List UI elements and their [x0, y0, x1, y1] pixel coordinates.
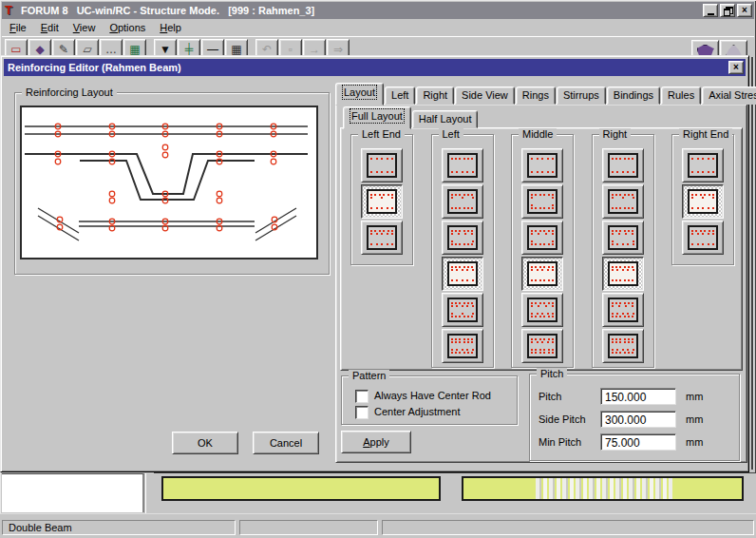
tab-layout[interactable]: Layout [335, 83, 384, 106]
menu-item-view[interactable]: View [67, 20, 104, 35]
rebar-dot [471, 243, 473, 245]
dot-row [451, 302, 474, 304]
rebar-pattern-button-middle-2[interactable] [521, 184, 563, 219]
cancel-button[interactable]: Cancel [253, 432, 319, 454]
tab-side-view[interactable]: Side View [455, 86, 515, 105]
rebar-pattern-button-left-6[interactable] [442, 329, 483, 363]
rebar-cross-section [447, 298, 478, 322]
tab-axial-stress[interactable]: Axial Stress [702, 86, 756, 105]
rebar-pattern-button-right-6[interactable] [602, 329, 644, 363]
tab-stirrups[interactable]: Stirrups [557, 86, 606, 105]
rebar-pattern-button-left-end-2[interactable] [361, 184, 403, 219]
dot-row [531, 197, 554, 199]
rebar-dot [451, 316, 453, 317]
subtab-full-layout[interactable]: Full Layout [343, 106, 411, 129]
rebar-pattern-button-right-4[interactable] [602, 257, 644, 291]
rebar-marker [271, 159, 276, 164]
rebar-pattern-button-left-4[interactable] [442, 257, 483, 291]
rebar-top-rows [531, 301, 554, 308]
rebar-pattern-button-left-5[interactable] [442, 293, 483, 327]
rebar-dot [624, 302, 626, 304]
rebar-dot [541, 171, 543, 173]
close-button[interactable]: × [737, 4, 752, 17]
rebar-dot [538, 233, 539, 235]
rebar-dot [543, 207, 545, 209]
rebar-dot [467, 230, 469, 232]
rebar-dot [633, 243, 634, 245]
rebar-dot [383, 194, 385, 196]
dot-row [370, 243, 393, 245]
rebar-pattern-button-middle-4[interactable] [521, 257, 563, 291]
center-adjustment-checkbox[interactable] [355, 406, 369, 419]
rebar-dot [537, 269, 539, 271]
rebar-cross-section [527, 334, 558, 358]
minimize-button[interactable] [703, 4, 718, 17]
rebar-pattern-button-middle-1[interactable] [521, 148, 563, 183]
dot-row [451, 266, 474, 268]
rebar-dot [451, 243, 453, 245]
rebar-dot [391, 230, 393, 232]
rebar-pattern-button-middle-5[interactable] [521, 293, 563, 327]
rebar-dot [467, 194, 469, 196]
menu-item-file[interactable]: File [4, 20, 35, 35]
dot-row [451, 197, 474, 199]
rebar-dot [535, 194, 537, 196]
rebar-cross-section [367, 189, 397, 214]
tab-rings[interactable]: Rings [516, 86, 556, 105]
rebar-dot [456, 279, 458, 281]
rebar-dot [552, 305, 554, 307]
rebar-pattern-button-left-2[interactable] [442, 184, 483, 219]
rebar-dot [632, 279, 633, 281]
rebar-pattern-button-left-end-1[interactable] [361, 148, 403, 183]
rebar-pattern-button-left-3[interactable] [442, 221, 483, 255]
rebar-dot [616, 243, 618, 245]
rebar-dot [451, 266, 453, 268]
menu-item-edit[interactable]: Edit [35, 20, 67, 35]
rebar-dot [548, 316, 550, 317]
menu-item-help[interactable]: Help [154, 20, 190, 35]
rebar-pattern-button-right-5[interactable] [602, 293, 644, 327]
rebar-pattern-button-right-1[interactable] [602, 148, 644, 183]
rebar-pattern-button-right-3[interactable] [602, 221, 644, 255]
rebar-pattern-button-right-end-3[interactable] [682, 221, 724, 255]
rebar-dot [627, 171, 629, 173]
dot-row [531, 349, 554, 351]
pitch-input[interactable]: 150.000 [600, 388, 676, 405]
apply-button[interactable]: Apply [341, 431, 411, 453]
rebar-pattern-button-right-end-1[interactable] [682, 148, 724, 183]
rebar-pattern-button-middle-3[interactable] [521, 221, 563, 255]
rebar-pattern-button-right-end-2[interactable] [682, 184, 724, 219]
rebar-bottom-rows [531, 170, 554, 174]
dot-row [451, 194, 474, 196]
rebar-dot [531, 269, 533, 271]
rebar-top-rows [451, 157, 474, 161]
rebar-dot [459, 230, 461, 232]
dot-row [451, 341, 474, 343]
rebar-pattern-button-right-2[interactable] [602, 184, 644, 219]
rebar-pattern-button-middle-6[interactable] [521, 329, 563, 363]
rebar-dot [548, 230, 550, 232]
dot-row [451, 243, 474, 245]
min-pitch-input[interactable]: 75.000 [600, 433, 676, 451]
side-pitch-input[interactable]: 300.000 [600, 411, 676, 428]
rebar-pattern-button-left-end-3[interactable] [361, 221, 403, 255]
rebar-dot [471, 207, 473, 209]
dot-row [531, 243, 554, 245]
always-have-center-rod-checkbox[interactable] [355, 390, 369, 403]
ok-button[interactable]: OK [172, 432, 238, 454]
rebar-dot [467, 266, 469, 268]
rebar-dot [624, 279, 626, 281]
tab-rules[interactable]: Rules [661, 86, 701, 105]
dot-row [451, 158, 474, 160]
dialog-close-button[interactable]: × [728, 61, 744, 74]
restore-button[interactable] [720, 4, 735, 17]
menu-item-options[interactable]: Options [104, 20, 154, 35]
subtab-half-layout[interactable]: Half Layout [412, 110, 479, 128]
tab-bindings[interactable]: Bindings [607, 86, 660, 105]
dot-row [612, 349, 634, 351]
tab-left[interactable]: Left [385, 86, 415, 105]
rebar-pattern-button-left-1[interactable] [442, 148, 483, 183]
rebar-dot [702, 207, 704, 209]
rebar-dot [695, 230, 697, 232]
tab-right[interactable]: Right [416, 86, 454, 105]
